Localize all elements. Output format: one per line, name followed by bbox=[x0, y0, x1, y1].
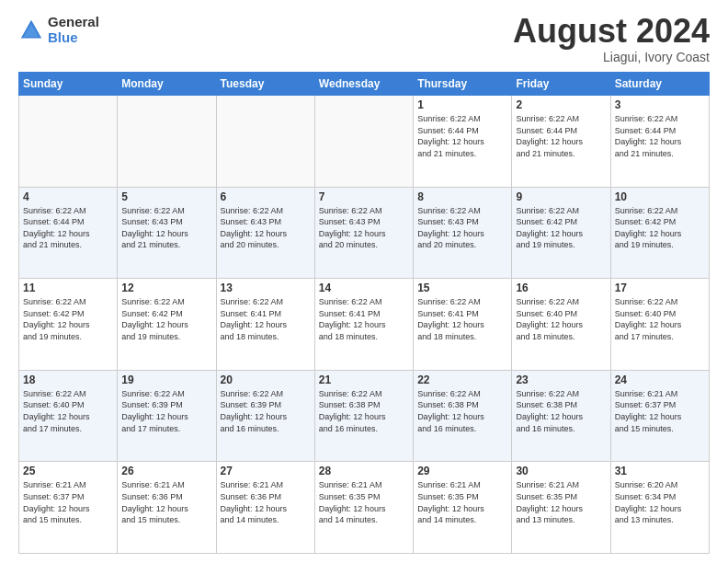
logo-text: General Blue bbox=[48, 15, 99, 45]
calendar-row: 11Sunrise: 6:22 AM Sunset: 6:42 PM Dayli… bbox=[19, 279, 710, 371]
table-row: 19Sunrise: 6:22 AM Sunset: 6:39 PM Dayli… bbox=[118, 370, 216, 462]
day-info: Sunrise: 6:22 AM Sunset: 6:41 PM Dayligh… bbox=[319, 296, 409, 342]
day-info: Sunrise: 6:22 AM Sunset: 6:42 PM Dayligh… bbox=[615, 205, 705, 251]
calendar-header-row: Sunday Monday Tuesday Wednesday Thursday… bbox=[19, 73, 710, 96]
day-info: Sunrise: 6:22 AM Sunset: 6:38 PM Dayligh… bbox=[516, 388, 606, 434]
title-month: August 2024 bbox=[513, 15, 710, 48]
table-row: 11Sunrise: 6:22 AM Sunset: 6:42 PM Dayli… bbox=[19, 279, 118, 371]
logo-general-text: General bbox=[48, 15, 99, 30]
table-row bbox=[118, 96, 216, 188]
day-number: 16 bbox=[516, 282, 606, 294]
table-row: 10Sunrise: 6:22 AM Sunset: 6:42 PM Dayli… bbox=[610, 187, 709, 279]
col-thursday: Thursday bbox=[414, 73, 512, 96]
day-info: Sunrise: 6:22 AM Sunset: 6:43 PM Dayligh… bbox=[319, 205, 409, 251]
day-number: 5 bbox=[121, 190, 211, 203]
table-row: 12Sunrise: 6:22 AM Sunset: 6:42 PM Dayli… bbox=[118, 279, 216, 371]
day-number: 7 bbox=[319, 190, 409, 203]
table-row: 22Sunrise: 6:22 AM Sunset: 6:38 PM Dayli… bbox=[414, 370, 512, 462]
day-number: 23 bbox=[516, 373, 606, 386]
table-row: 1Sunrise: 6:22 AM Sunset: 6:44 PM Daylig… bbox=[414, 96, 512, 188]
day-number: 13 bbox=[221, 282, 311, 294]
table-row: 21Sunrise: 6:22 AM Sunset: 6:38 PM Dayli… bbox=[314, 370, 413, 462]
day-info: Sunrise: 6:22 AM Sunset: 6:39 PM Dayligh… bbox=[121, 388, 211, 434]
day-info: Sunrise: 6:22 AM Sunset: 6:41 PM Dayligh… bbox=[417, 296, 507, 342]
col-friday: Friday bbox=[512, 73, 610, 96]
day-info: Sunrise: 6:22 AM Sunset: 6:41 PM Dayligh… bbox=[221, 296, 311, 342]
day-number: 12 bbox=[121, 282, 211, 294]
table-row: 30Sunrise: 6:21 AM Sunset: 6:35 PM Dayli… bbox=[512, 462, 610, 554]
page: General Blue August 2024 Liagui, Ivory C… bbox=[0, 0, 728, 563]
col-wednesday: Wednesday bbox=[314, 73, 413, 96]
calendar-table: Sunday Monday Tuesday Wednesday Thursday… bbox=[18, 72, 710, 554]
calendar-row: 18Sunrise: 6:22 AM Sunset: 6:40 PM Dayli… bbox=[19, 370, 710, 462]
day-info: Sunrise: 6:22 AM Sunset: 6:43 PM Dayligh… bbox=[417, 205, 507, 251]
day-number: 20 bbox=[221, 373, 311, 386]
table-row: 31Sunrise: 6:20 AM Sunset: 6:34 PM Dayli… bbox=[610, 462, 709, 554]
table-row: 5Sunrise: 6:22 AM Sunset: 6:43 PM Daylig… bbox=[118, 187, 216, 279]
table-row bbox=[19, 96, 118, 188]
day-number: 8 bbox=[417, 190, 507, 203]
table-row: 3Sunrise: 6:22 AM Sunset: 6:44 PM Daylig… bbox=[610, 96, 709, 188]
calendar-row: 25Sunrise: 6:21 AM Sunset: 6:37 PM Dayli… bbox=[19, 462, 710, 554]
day-number: 30 bbox=[516, 465, 606, 477]
day-number: 1 bbox=[417, 98, 507, 111]
col-tuesday: Tuesday bbox=[216, 73, 314, 96]
day-number: 24 bbox=[615, 373, 705, 386]
day-info: Sunrise: 6:21 AM Sunset: 6:36 PM Dayligh… bbox=[221, 479, 311, 525]
table-row: 18Sunrise: 6:22 AM Sunset: 6:40 PM Dayli… bbox=[19, 370, 118, 462]
day-info: Sunrise: 6:22 AM Sunset: 6:43 PM Dayligh… bbox=[221, 205, 311, 251]
day-number: 21 bbox=[319, 373, 409, 386]
day-number: 26 bbox=[121, 465, 211, 477]
col-saturday: Saturday bbox=[610, 73, 709, 96]
day-info: Sunrise: 6:22 AM Sunset: 6:40 PM Dayligh… bbox=[516, 296, 606, 342]
day-info: Sunrise: 6:22 AM Sunset: 6:38 PM Dayligh… bbox=[417, 388, 507, 434]
table-row: 25Sunrise: 6:21 AM Sunset: 6:37 PM Dayli… bbox=[19, 462, 118, 554]
day-info: Sunrise: 6:22 AM Sunset: 6:42 PM Dayligh… bbox=[121, 296, 211, 342]
day-number: 25 bbox=[23, 465, 113, 477]
col-monday: Monday bbox=[118, 73, 216, 96]
logo-blue-text: Blue bbox=[48, 30, 99, 46]
day-info: Sunrise: 6:22 AM Sunset: 6:44 PM Dayligh… bbox=[516, 113, 606, 159]
table-row: 14Sunrise: 6:22 AM Sunset: 6:41 PM Dayli… bbox=[314, 279, 413, 371]
day-number: 10 bbox=[615, 190, 705, 203]
table-row: 17Sunrise: 6:22 AM Sunset: 6:40 PM Dayli… bbox=[610, 279, 709, 371]
day-number: 29 bbox=[417, 465, 507, 477]
day-info: Sunrise: 6:22 AM Sunset: 6:44 PM Dayligh… bbox=[23, 205, 113, 251]
logo-icon bbox=[18, 17, 44, 43]
table-row: 20Sunrise: 6:22 AM Sunset: 6:39 PM Dayli… bbox=[216, 370, 314, 462]
header: General Blue August 2024 Liagui, Ivory C… bbox=[18, 15, 710, 64]
day-info: Sunrise: 6:21 AM Sunset: 6:37 PM Dayligh… bbox=[23, 479, 113, 525]
day-info: Sunrise: 6:22 AM Sunset: 6:42 PM Dayligh… bbox=[516, 205, 606, 251]
day-number: 17 bbox=[615, 282, 705, 294]
day-info: Sunrise: 6:22 AM Sunset: 6:40 PM Dayligh… bbox=[615, 296, 705, 342]
table-row: 2Sunrise: 6:22 AM Sunset: 6:44 PM Daylig… bbox=[512, 96, 610, 188]
table-row: 13Sunrise: 6:22 AM Sunset: 6:41 PM Dayli… bbox=[216, 279, 314, 371]
day-number: 27 bbox=[221, 465, 311, 477]
table-row: 4Sunrise: 6:22 AM Sunset: 6:44 PM Daylig… bbox=[19, 187, 118, 279]
table-row: 6Sunrise: 6:22 AM Sunset: 6:43 PM Daylig… bbox=[216, 187, 314, 279]
day-info: Sunrise: 6:22 AM Sunset: 6:40 PM Dayligh… bbox=[23, 388, 113, 434]
col-sunday: Sunday bbox=[19, 73, 118, 96]
title-location: Liagui, Ivory Coast bbox=[513, 50, 710, 64]
day-number: 4 bbox=[23, 190, 113, 203]
title-block: August 2024 Liagui, Ivory Coast bbox=[513, 15, 710, 64]
day-info: Sunrise: 6:21 AM Sunset: 6:37 PM Dayligh… bbox=[615, 388, 705, 434]
calendar-row: 4Sunrise: 6:22 AM Sunset: 6:44 PM Daylig… bbox=[19, 187, 710, 279]
table-row: 29Sunrise: 6:21 AM Sunset: 6:35 PM Dayli… bbox=[414, 462, 512, 554]
day-number: 18 bbox=[23, 373, 113, 386]
day-info: Sunrise: 6:21 AM Sunset: 6:36 PM Dayligh… bbox=[121, 479, 211, 525]
day-number: 14 bbox=[319, 282, 409, 294]
table-row: 15Sunrise: 6:22 AM Sunset: 6:41 PM Dayli… bbox=[414, 279, 512, 371]
day-number: 19 bbox=[121, 373, 211, 386]
day-info: Sunrise: 6:22 AM Sunset: 6:39 PM Dayligh… bbox=[221, 388, 311, 434]
day-number: 15 bbox=[417, 282, 507, 294]
table-row: 7Sunrise: 6:22 AM Sunset: 6:43 PM Daylig… bbox=[314, 187, 413, 279]
table-row: 23Sunrise: 6:22 AM Sunset: 6:38 PM Dayli… bbox=[512, 370, 610, 462]
calendar-row: 1Sunrise: 6:22 AM Sunset: 6:44 PM Daylig… bbox=[19, 96, 710, 188]
day-number: 9 bbox=[516, 190, 606, 203]
table-row: 9Sunrise: 6:22 AM Sunset: 6:42 PM Daylig… bbox=[512, 187, 610, 279]
table-row: 16Sunrise: 6:22 AM Sunset: 6:40 PM Dayli… bbox=[512, 279, 610, 371]
day-number: 11 bbox=[23, 282, 113, 294]
table-row: 26Sunrise: 6:21 AM Sunset: 6:36 PM Dayli… bbox=[118, 462, 216, 554]
day-info: Sunrise: 6:22 AM Sunset: 6:44 PM Dayligh… bbox=[615, 113, 705, 159]
